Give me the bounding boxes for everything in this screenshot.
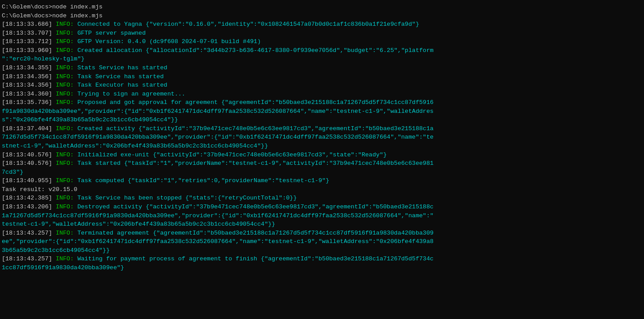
terminal-line: stnet-c1-9","walletAddress":"0x206bfe4f4… bbox=[2, 142, 642, 151]
line-text: Stats Service has started bbox=[77, 64, 167, 71]
line-text: INFO: bbox=[56, 203, 78, 210]
line-text: [18:13:43.206] bbox=[2, 203, 56, 210]
terminal-line: ":"erc20-holesky-tglm"} bbox=[2, 55, 642, 64]
line-text: f91a9830da420bba309ee","provider":{"id":… bbox=[2, 108, 433, 115]
line-text: INFO: bbox=[56, 177, 78, 184]
line-text: INFO: bbox=[56, 73, 78, 80]
line-text: INFO: bbox=[56, 99, 78, 106]
line-text: Proposed and got approval for agreement … bbox=[77, 99, 433, 106]
terminal-line: s":"0x206bfe4f439a83b65a5b9c2c3b1cc6cb49… bbox=[2, 116, 642, 124]
terminal-line: [18:13:33.712] INFO: GFTP Version: 0.4.0… bbox=[2, 37, 642, 46]
terminal-line: [18:13:43.257] INFO: Terminated agreemen… bbox=[2, 229, 642, 238]
line-text: Terminated agreement {"agreementId":"b50… bbox=[77, 230, 433, 236]
line-text: Destroyed activity {"activityId":"37b9e4… bbox=[77, 203, 433, 210]
line-text: [18:13:33.712] bbox=[2, 38, 56, 45]
line-text: INFO: bbox=[56, 160, 78, 167]
terminal-line: [18:13:40.576] INFO: Task started {"task… bbox=[2, 159, 642, 168]
terminal-line: [18:13:43.257] INFO: Waiting for payment… bbox=[2, 255, 642, 263]
terminal-line: 7cd3"} bbox=[2, 168, 642, 177]
line-text: INFO: bbox=[56, 21, 78, 28]
line-text: 3b65a5b9c2c3b1cc6cb49054cc4"}} bbox=[2, 247, 110, 254]
line-text: ee","provider":{"id":"0xb1f62417471dc4df… bbox=[2, 238, 433, 245]
line-text: testnet-c1-9","walletAddress":"0x206bfe4… bbox=[2, 221, 275, 227]
line-text: [18:13:34.356] bbox=[2, 82, 56, 88]
line-text: 1a71267d5d5f734c1cc87df5916f91a9830da420… bbox=[2, 212, 433, 219]
line-text: ":"erc20-holesky-tglm"} bbox=[2, 56, 84, 62]
terminal-line: 1cc87df5916f91a9830da420bba309ee"} bbox=[2, 263, 642, 272]
line-text: 1cc87df5916f91a9830da420bba309ee"} bbox=[2, 264, 124, 271]
terminal-line: [18:13:35.736] INFO: Proposed and got ap… bbox=[2, 98, 642, 107]
line-text: [18:13:33.707] bbox=[2, 30, 56, 36]
line-text: [18:13:34.355] bbox=[2, 64, 56, 71]
line-text: INFO: bbox=[56, 255, 78, 262]
line-text: [18:13:40.576] bbox=[2, 160, 56, 167]
line-text: [18:13:34.356] bbox=[2, 73, 56, 80]
line-text: [18:13:33.686] bbox=[2, 21, 56, 28]
line-text: INFO: bbox=[56, 38, 78, 45]
terminal-line: [18:13:43.206] INFO: Destroyed activity … bbox=[2, 203, 642, 211]
terminal-line: ee","provider":{"id":"0xb1f62417471dc4df… bbox=[2, 237, 642, 246]
line-text: [18:13:33.960] bbox=[2, 47, 56, 54]
line-text: Task computed {"taskId":"1","retries":0,… bbox=[77, 177, 329, 184]
line-text: [18:13:43.257] bbox=[2, 230, 56, 236]
terminal-line: [18:13:42.385] INFO: Task Service has be… bbox=[2, 194, 642, 203]
terminal-line: [18:13:34.356] INFO: Task Service has st… bbox=[2, 72, 642, 81]
line-text: INFO: bbox=[56, 82, 78, 88]
line-text: INFO: bbox=[56, 125, 78, 132]
line-text: INFO: bbox=[56, 230, 78, 236]
terminal-title: C:\Golem\docs>node index.mjs bbox=[2, 3, 642, 12]
line-text: Initialized exe-unit {"activityId":"37b9… bbox=[77, 152, 387, 158]
line-text: [18:13:35.736] bbox=[2, 99, 56, 106]
line-text: Task started {"taskId":"1","providerName… bbox=[77, 160, 433, 167]
line-text: INFO: bbox=[56, 64, 78, 71]
line-text: 71267d5d5f734c1cc87df5916f91a9830da420bb… bbox=[2, 134, 433, 140]
line-text: GFTP Version: 0.4.0 (dc9f608 2024-07-01 … bbox=[77, 38, 261, 45]
line-text: INFO: bbox=[56, 30, 78, 36]
terminal-line: 1a71267d5d5f734c1cc87df5916f91a9830da420… bbox=[2, 211, 642, 220]
terminal-line: 71267d5d5f734c1cc87df5916f91a9830da420bb… bbox=[2, 133, 642, 142]
line-text: INFO: bbox=[56, 91, 78, 97]
line-text: Connected to Yagna {"version":"0.16.0","… bbox=[77, 21, 419, 28]
line-text: Task Service has been stopped {"stats":{… bbox=[77, 195, 297, 201]
terminal-line: [18:13:33.707] INFO: GFTP server spawned bbox=[2, 29, 642, 38]
line-text: Created allocation {"allocationId":"3d44… bbox=[77, 47, 433, 54]
line-text: INFO: bbox=[56, 152, 78, 158]
terminal-line: [18:13:34.355] INFO: Stats Service has s… bbox=[2, 64, 642, 72]
line-text: Trying to sign an agreement... bbox=[77, 91, 185, 97]
terminal-line: [18:13:33.960] INFO: Created allocation … bbox=[2, 46, 642, 55]
line-text: Task Service has started bbox=[77, 73, 163, 80]
terminal-line: [18:13:40.955] INFO: Task computed {"tas… bbox=[2, 176, 642, 185]
line-text: [18:13:37.404] bbox=[2, 125, 56, 132]
line-text: Task Executor has started bbox=[77, 82, 167, 88]
line-text: C:\Golem\docs>node index.mjs bbox=[2, 12, 103, 19]
line-text: INFO: bbox=[56, 195, 78, 201]
terminal-line: C:\Golem\docs>node index.mjs bbox=[2, 12, 642, 20]
line-text: stnet-c1-9","walletAddress":"0x206bfe4f4… bbox=[2, 143, 268, 149]
terminal-line: [18:13:40.576] INFO: Initialized exe-uni… bbox=[2, 151, 642, 160]
terminal-line: [18:13:33.686] INFO: Connected to Yagna … bbox=[2, 20, 642, 29]
line-text: Created activity {"activityId":"37b9e471… bbox=[77, 125, 433, 132]
terminal-line: [18:13:34.356] INFO: Task Executor has s… bbox=[2, 81, 642, 90]
line-text: INFO: bbox=[56, 47, 78, 54]
terminal-line: testnet-c1-9","walletAddress":"0x206bfe4… bbox=[2, 220, 642, 229]
line-text: Task result: v20.15.0 bbox=[2, 186, 77, 193]
terminal-line: 3b65a5b9c2c3b1cc6cb49054cc4"}} bbox=[2, 246, 642, 255]
terminal-line: f91a9830da420bba309ee","provider":{"id":… bbox=[2, 107, 642, 116]
terminal-line: [18:13:34.360] INFO: Trying to sign an a… bbox=[2, 90, 642, 99]
line-text: GFTP server spawned bbox=[77, 30, 146, 36]
line-text: s":"0x206bfe4f439a83b65a5b9c2c3b1cc6cb49… bbox=[2, 116, 178, 123]
line-text: [18:13:42.385] bbox=[2, 195, 56, 201]
line-text: [18:13:34.360] bbox=[2, 91, 56, 97]
line-text: 7cd3"} bbox=[2, 169, 24, 175]
line-text: Waiting for payment process of agreement… bbox=[77, 255, 433, 262]
terminal-window: C:\Golem\docs>node index.mjsC:\Golem\doc… bbox=[2, 3, 642, 272]
terminal-line: [18:13:37.404] INFO: Created activity {"… bbox=[2, 124, 642, 133]
terminal-line: Task result: v20.15.0 bbox=[2, 185, 642, 194]
line-text: [18:13:40.576] bbox=[2, 152, 56, 158]
line-text: [18:13:43.257] bbox=[2, 255, 56, 262]
line-text: [18:13:40.955] bbox=[2, 177, 56, 184]
